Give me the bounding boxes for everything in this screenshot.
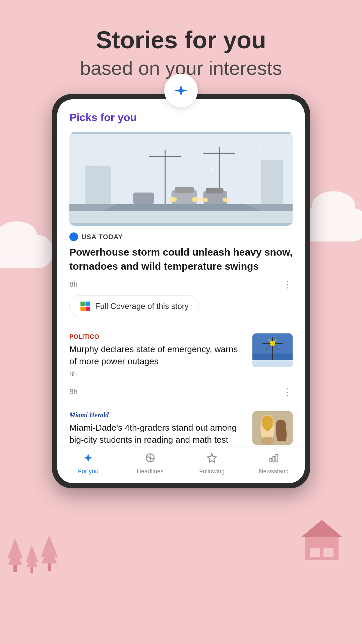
phone-mockup: Picks for you bbox=[52, 94, 310, 488]
phone-screen: Picks for you bbox=[57, 99, 305, 483]
sparkle-icon bbox=[172, 82, 190, 99]
article3-text: Miami Herald Miami-Dade's 4th-graders st… bbox=[69, 411, 246, 446]
article2-image bbox=[252, 333, 293, 367]
nav-following[interactable]: Following bbox=[181, 452, 243, 475]
article2-text: POLITICO Murphy declares state of emerge… bbox=[69, 333, 246, 378]
article2-headline: Murphy declares state of emergency, warn… bbox=[69, 343, 246, 368]
article2-meta-row: 8h ⋮ bbox=[69, 386, 293, 403]
background-trees bbox=[7, 533, 59, 577]
background-moon bbox=[10, 476, 37, 503]
usatoday-logo bbox=[69, 232, 78, 241]
article3-image bbox=[252, 411, 293, 445]
for-you-icon bbox=[83, 452, 94, 466]
following-icon bbox=[206, 452, 217, 466]
header-title: Stories for you bbox=[20, 27, 342, 53]
article3-source: Miami Herald bbox=[69, 411, 246, 419]
nav-headlines-label: Headlines bbox=[137, 468, 164, 475]
nav-for-you-label: For you bbox=[78, 468, 99, 475]
nav-following-label: Following bbox=[199, 468, 225, 475]
nav-newsstand-label: Newsstand bbox=[259, 468, 289, 475]
full-coverage-button[interactable]: Full Coverage of this story bbox=[69, 295, 199, 317]
svg-rect-41 bbox=[80, 307, 85, 311]
hero-image bbox=[69, 132, 293, 226]
article2-row: POLITICO Murphy declares state of emerge… bbox=[69, 325, 293, 386]
svg-rect-60 bbox=[273, 457, 275, 462]
google-icon-bubble bbox=[164, 74, 198, 107]
source-name: USA TODAY bbox=[81, 233, 123, 241]
nav-newsstand[interactable]: Newsstand bbox=[243, 452, 305, 475]
svg-rect-38 bbox=[69, 134, 293, 223]
headlines-icon bbox=[145, 452, 156, 466]
bottom-navigation: For you Headlines bbox=[57, 446, 305, 483]
nav-headlines[interactable]: Headlines bbox=[119, 452, 181, 475]
news-feed: Picks for you bbox=[57, 99, 305, 446]
article2-source: POLITICO bbox=[69, 333, 246, 340]
svg-rect-61 bbox=[276, 454, 278, 462]
svg-rect-8 bbox=[48, 564, 51, 571]
svg-point-56 bbox=[261, 437, 274, 445]
svg-rect-59 bbox=[270, 459, 272, 462]
cloud-left bbox=[0, 235, 54, 268]
article3-headline: Miami-Dade's 4th-graders stand out among… bbox=[69, 422, 246, 446]
article1-meta: 8h ⋮ bbox=[69, 279, 293, 290]
article1-time: 8h bbox=[69, 280, 77, 289]
hero-headline: Powerhouse storm could unleash heavy sno… bbox=[69, 245, 293, 273]
svg-rect-39 bbox=[80, 302, 85, 306]
full-coverage-icon bbox=[80, 301, 90, 312]
full-coverage-label: Full Coverage of this story bbox=[95, 302, 189, 311]
newsstand-icon bbox=[268, 452, 279, 466]
picks-title: Picks for you bbox=[69, 111, 293, 124]
background-house bbox=[305, 520, 345, 560]
article2-time: 8h bbox=[69, 370, 246, 378]
svg-rect-2 bbox=[13, 565, 17, 572]
article1-source-row: USA TODAY bbox=[69, 232, 293, 241]
svg-rect-5 bbox=[31, 567, 33, 573]
svg-rect-42 bbox=[85, 307, 90, 311]
svg-rect-52 bbox=[252, 360, 293, 367]
nav-for-you[interactable]: For you bbox=[57, 452, 119, 475]
article3-row: Miami Herald Miami-Dade's 4th-graders st… bbox=[69, 403, 293, 446]
article2-time2: 8h bbox=[69, 387, 77, 396]
article2-more-icon[interactable]: ⋮ bbox=[283, 386, 293, 397]
phone-frame: Picks for you bbox=[52, 94, 310, 488]
svg-rect-40 bbox=[85, 302, 90, 306]
more-options-icon[interactable]: ⋮ bbox=[283, 279, 293, 290]
